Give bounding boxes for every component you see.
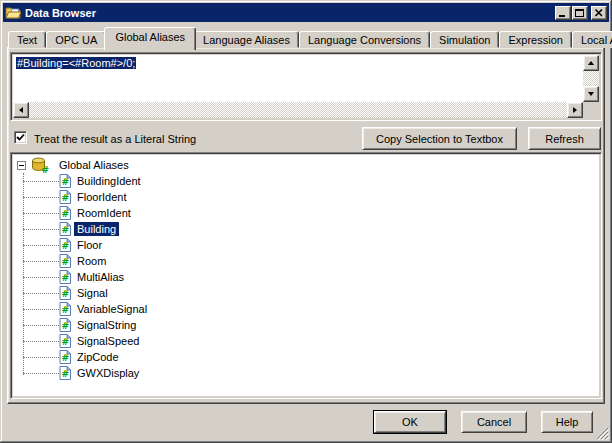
scroll-right-button[interactable] [567,102,583,118]
refresh-button[interactable]: Refresh [528,127,601,150]
tree-item-label[interactable]: ZipCode [74,350,122,364]
editor-horizontal-scrollbar[interactable] [13,102,583,118]
tree-children: # BuildingIdent # FloorIdent # RoomIdent… [15,173,599,381]
svg-text:#: # [62,193,70,203]
tree-item-variablesignal[interactable]: # VariableSignal [15,301,599,317]
tree-item-room[interactable]: # Room [15,253,599,269]
tree-item-signalstring[interactable]: # SignalString [15,317,599,333]
minimize-icon [557,8,569,18]
tree-item-label[interactable]: FloorIdent [74,190,130,204]
tab-local-aliases[interactable]: Local Aliases [572,31,612,48]
expression-editor[interactable]: #Building=<#Room#>/0; [10,52,602,121]
ok-button[interactable]: OK [374,411,446,433]
tree-item-label[interactable]: Signal [74,286,111,300]
tree-connector [23,373,59,374]
svg-text:#: # [62,177,70,187]
tree-connector [23,341,59,342]
tab-text[interactable]: Text [8,31,46,48]
alias-page-icon: # [59,302,71,316]
tree-connector [23,325,59,326]
svg-text:#: # [62,305,70,315]
literal-string-checkbox[interactable] [14,131,27,144]
close-button[interactable] [591,6,607,20]
editor-text-area[interactable]: #Building=<#Room#>/0; [13,55,583,102]
arrow-right-icon [573,107,577,113]
tree-root-label[interactable]: Global Aliases [56,158,132,172]
alias-page-icon: # [59,286,71,300]
tree-connector [23,213,59,214]
tree-connector [23,229,59,230]
svg-text:#: # [62,337,70,347]
cancel-button[interactable]: Cancel [461,411,527,433]
tree-item-zipcode[interactable]: # ZipCode [15,349,599,365]
tree-item-label[interactable]: Floor [74,238,105,252]
tab-opc-ua[interactable]: OPC UA [46,31,106,48]
tree-connector [23,261,59,262]
scroll-up-button[interactable] [583,55,599,71]
alias-page-icon: # [59,350,71,364]
tree-item-label[interactable]: Room [74,254,109,268]
tree-item-building-selected[interactable]: # Building [15,221,599,237]
alias-tree: # Global Aliases # BuildingIdent # Floor… [13,155,599,396]
app-folder-icon [5,6,21,19]
arrow-up-icon [588,61,594,65]
resize-grip[interactable] [596,427,609,440]
maximize-button[interactable] [572,6,588,20]
svg-text:#: # [62,273,70,283]
selected-expression-text[interactable]: #Building=<#Room#>/0; [16,57,136,69]
tab-language-conversions[interactable]: Language Conversions [299,31,430,48]
svg-text:#: # [62,353,70,363]
tree-vertical-connector [23,173,24,375]
title-bar[interactable]: Data Browser [3,3,609,22]
maximize-icon [574,8,586,18]
editor-vertical-scrollbar[interactable] [583,55,599,102]
tree-item-multialias[interactable]: # MultiAlias [15,269,599,285]
alias-page-icon: # [59,222,71,236]
alias-page-icon: # [59,238,71,252]
help-button[interactable]: Help [541,411,593,433]
tree-item-label[interactable]: GWXDisplay [74,366,142,380]
tree-item-floorident[interactable]: # FloorIdent [15,189,599,205]
scroll-left-button[interactable] [13,102,29,118]
svg-text:#: # [62,241,70,251]
alias-page-icon: # [59,206,71,220]
close-icon [593,8,605,18]
copy-selection-button[interactable]: Copy Selection to Textbox [362,127,517,150]
collapse-minus-icon[interactable] [17,161,26,170]
arrow-down-icon [588,92,594,96]
tree-connector [23,309,59,310]
tree-item-label[interactable]: MultiAlias [74,270,127,284]
tab-global-aliases[interactable]: Global Aliases [104,27,196,50]
tree-item-label-selected[interactable]: Building [74,222,119,236]
tree-item-label[interactable]: SignalString [74,318,139,332]
tree-item-label[interactable]: RoomIdent [74,206,134,220]
alias-page-icon: # [59,270,71,284]
alias-page-icon: # [59,366,71,380]
tree-connector [23,197,59,198]
tree-item-gwxdisplay[interactable]: # GWXDisplay [15,365,599,381]
tree-item-signalspeed[interactable]: # SignalSpeed [15,333,599,349]
svg-text:#: # [62,321,70,331]
scroll-down-button[interactable] [583,86,599,102]
tab-strip: Text OPC UA Global Aliases Language Alia… [8,27,612,48]
literal-string-label: Treat the result as a Literal String [34,133,196,145]
tab-simulation[interactable]: Simulation [430,31,499,48]
alias-page-icon: # [59,190,71,204]
tree-item-buildingident[interactable]: # BuildingIdent [15,173,599,189]
tree-item-label[interactable]: VariableSignal [74,302,150,316]
tab-language-aliases[interactable]: Language Aliases [194,31,299,48]
alias-page-icon: # [59,174,71,188]
tab-expression[interactable]: Expression [499,31,571,48]
svg-text:#: # [62,209,70,219]
tree-connector [23,277,59,278]
alias-tree-panel[interactable]: # Global Aliases # BuildingIdent # Floor… [10,152,602,399]
tree-item-signal[interactable]: # Signal [15,285,599,301]
tree-item-label[interactable]: SignalSpeed [74,334,142,348]
tree-item-floor[interactable]: # Floor [15,237,599,253]
tree-item-roomident[interactable]: # RoomIdent [15,205,599,221]
tree-root-global-aliases[interactable]: # Global Aliases [15,157,599,173]
tree-item-label[interactable]: BuildingIdent [74,174,144,188]
database-hash-icon: # [30,157,48,173]
svg-text:#: # [62,257,70,267]
minimize-button[interactable] [555,6,571,20]
